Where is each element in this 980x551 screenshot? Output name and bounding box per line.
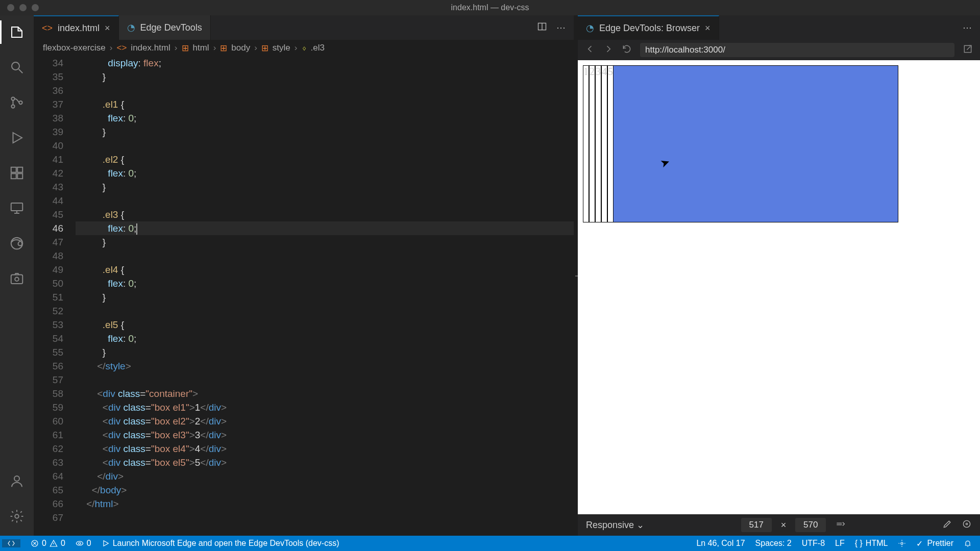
code-content[interactable]: display: flex; } .el1 { flex: 0; } .el2 … [76, 56, 574, 536]
accounts-icon[interactable] [9, 473, 24, 491]
browser-viewport[interactable]: 12345 ➤ [578, 60, 980, 514]
css-rule-icon: ⬨ [302, 43, 307, 53]
remote-explorer-icon[interactable] [9, 201, 24, 218]
svg-point-0 [12, 62, 19, 70]
device-height-input[interactable] [795, 518, 826, 532]
tab-index-html[interactable]: <> index.html × [34, 15, 119, 40]
flex-container-preview [583, 65, 898, 222]
svg-point-12 [14, 476, 19, 481]
breadcrumb-item[interactable]: body [231, 43, 250, 53]
indentation-status[interactable]: Spaces: 2 [755, 539, 792, 548]
more-actions-icon[interactable]: ⋯ [963, 22, 972, 33]
cursor-position[interactable]: Ln 46, Col 17 [696, 539, 745, 548]
tab-label: Edge DevTools: Browser [599, 23, 700, 34]
device-mode[interactable]: Responsive ⌄ [586, 519, 644, 531]
chevron-right-icon: › [254, 43, 257, 53]
breadcrumb-item[interactable]: style [273, 43, 290, 53]
status-bar: 0 0 0 Launch Microsoft Edge and open the… [0, 536, 980, 551]
tab-label: Edge DevTools [140, 22, 202, 33]
svg-point-19 [79, 542, 81, 544]
browser-tab-actions: ⋯ [963, 15, 980, 40]
svg-rect-8 [11, 203, 23, 211]
ports-status[interactable]: 0 [76, 539, 91, 548]
line-gutter: 3435363738394041424344454647484950515253… [34, 56, 76, 536]
screenshot-icon[interactable] [9, 271, 24, 289]
browser-tabs: ◔ Edge DevTools: Browser × ⋯ [578, 15, 980, 40]
svg-point-11 [15, 278, 19, 282]
close-window[interactable] [7, 4, 14, 11]
launch-edge-status[interactable]: Launch Microsoft Edge and open the Edge … [102, 539, 339, 548]
rotate-icon[interactable] [835, 519, 845, 532]
svg-rect-7 [17, 173, 22, 179]
settings-gear-icon[interactable] [9, 509, 24, 527]
svg-rect-6 [11, 173, 16, 179]
breadcrumb-item[interactable]: .el3 [311, 43, 325, 53]
more-actions-icon[interactable]: ⋯ [556, 22, 566, 33]
device-width-input[interactable] [741, 518, 772, 532]
run-debug-icon[interactable] [9, 130, 24, 148]
dimension-separator: × [781, 520, 787, 531]
html-file-icon: <> [42, 23, 53, 34]
zoom-window[interactable] [32, 4, 39, 11]
close-tab-icon[interactable]: × [105, 23, 110, 34]
activity-bar [0, 15, 34, 536]
edge-tools-icon[interactable] [9, 236, 24, 254]
url-bar[interactable]: http://localhost:3000/ [640, 43, 954, 57]
chevron-right-icon: › [110, 43, 113, 53]
problems-status[interactable]: 0 0 [31, 539, 65, 548]
open-external-icon[interactable] [963, 44, 973, 57]
eol-status[interactable]: LF [835, 539, 845, 548]
edge-icon: ◔ [586, 22, 594, 34]
notifications-icon[interactable] [964, 539, 972, 547]
editor-group: <> index.html × ◔ Edge DevTools ⋯ flexbo… [34, 15, 574, 536]
breadcrumb-item[interactable]: index.html [131, 43, 170, 53]
browser-pane: ◔ Edge DevTools: Browser × ⋯ http://loca… [578, 15, 980, 536]
chevron-right-icon: › [175, 43, 178, 53]
code-editor[interactable]: 3435363738394041424344454647484950515253… [34, 56, 574, 536]
split-handle[interactable] [574, 15, 578, 536]
symbol-icon: ⊞ [261, 43, 268, 54]
nav-forward-icon[interactable] [603, 44, 614, 57]
source-control-icon[interactable] [9, 95, 24, 113]
remote-indicator[interactable] [2, 539, 20, 547]
language-mode[interactable]: { } HTML [855, 539, 888, 548]
svg-rect-10 [11, 275, 23, 284]
explorer-icon[interactable] [9, 24, 24, 42]
svg-point-1 [11, 97, 14, 100]
svg-rect-5 [17, 167, 22, 172]
symbol-icon: ⊞ [182, 43, 189, 54]
window-controls [7, 4, 39, 11]
prettier-status[interactable]: Prettier [916, 539, 953, 548]
svg-point-17 [966, 523, 967, 524]
edit-icon[interactable] [942, 519, 952, 532]
titlebar: index.html — dev-css [0, 0, 980, 15]
tab-edge-browser[interactable]: ◔ Edge DevTools: Browser × [578, 15, 719, 40]
editor-tabs: <> index.html × ◔ Edge DevTools ⋯ [34, 15, 574, 40]
minimize-window[interactable] [19, 4, 27, 11]
breadcrumb[interactable]: flexbox-exercise› <> index.html› ⊞ html›… [34, 40, 574, 56]
close-tab-icon[interactable]: × [705, 23, 710, 34]
breadcrumb-item[interactable]: html [193, 43, 209, 53]
reload-icon[interactable] [622, 44, 632, 57]
device-toolbar: Responsive ⌄ × [578, 514, 980, 536]
edge-icon: ◔ [127, 22, 135, 33]
split-editor-icon[interactable] [537, 21, 547, 34]
svg-rect-4 [11, 167, 16, 172]
svg-point-2 [11, 105, 14, 108]
search-icon[interactable] [9, 60, 24, 78]
live-preview-icon[interactable] [898, 539, 906, 547]
browser-nav: http://localhost:3000/ [578, 40, 980, 60]
main-area: <> index.html × ◔ Edge DevTools ⋯ flexbo… [0, 15, 980, 536]
encoding-status[interactable]: UTF-8 [802, 539, 825, 548]
svg-point-16 [963, 520, 970, 527]
tab-edge-devtools[interactable]: ◔ Edge DevTools [119, 15, 211, 40]
svg-point-13 [15, 514, 19, 518]
svg-point-3 [19, 101, 22, 104]
nav-back-icon[interactable] [585, 44, 595, 57]
html-file-icon: <> [117, 43, 127, 53]
editor-tab-actions: ⋯ [537, 15, 574, 40]
chevron-down-icon: ⌄ [636, 520, 644, 530]
extensions-icon[interactable] [9, 165, 24, 183]
inspect-icon[interactable] [962, 519, 972, 532]
breadcrumb-item[interactable]: flexbox-exercise [43, 43, 106, 53]
